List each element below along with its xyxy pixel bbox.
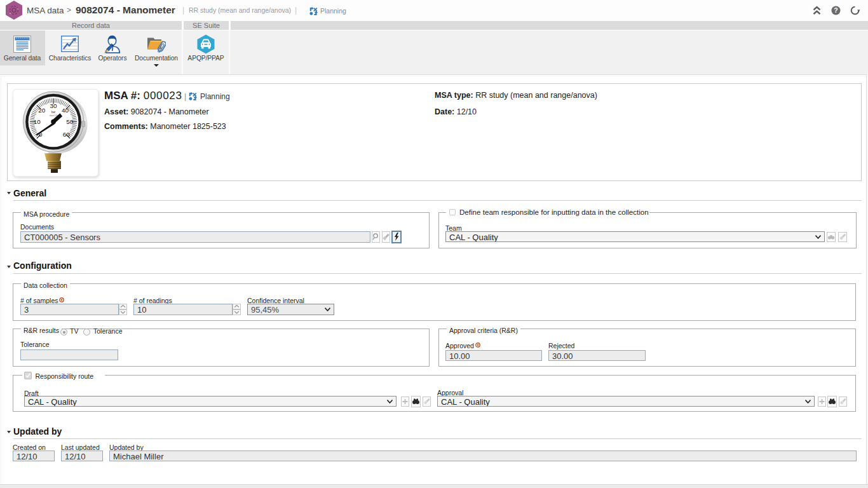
svg-text:60: 60 — [63, 131, 71, 138]
svg-text:10: 10 — [34, 118, 41, 125]
svg-text:30: 30 — [50, 102, 58, 109]
svg-text:40: 40 — [62, 107, 69, 114]
svg-text:20: 20 — [38, 107, 46, 114]
svg-text:50: 50 — [66, 118, 74, 125]
svg-text:bar: bar — [51, 111, 56, 114]
svg-text:?: ? — [834, 6, 837, 14]
